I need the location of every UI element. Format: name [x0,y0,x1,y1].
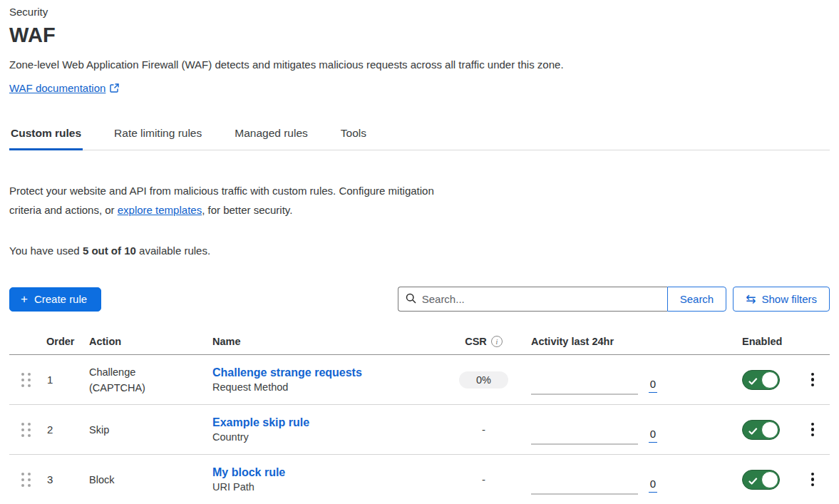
show-filters-label: Show filters [761,293,817,305]
csr-value: - [482,473,485,485]
activity-cell: 0 [518,355,667,404]
plus-icon: + [21,293,28,305]
table-row: 1 Challenge (CAPTCHA) Challenge strange … [9,355,830,405]
rule-name-cell: My block rule URI Path [204,466,450,493]
enabled-toggle[interactable] [742,420,780,440]
table-row: 3 Block My block rule URI Path - 0 [9,455,830,504]
csr-cell: - [450,423,518,436]
table-row: 2 Skip Example skip rule Country - 0 [9,405,830,455]
waf-documentation-link[interactable]: WAF documentation [9,82,119,94]
checkmark-icon [748,376,758,388]
tab-custom-rules[interactable]: Custom rules [9,120,83,150]
header-csr-label: CSR [465,336,487,347]
csr-badge: 0% [459,371,508,389]
search-button[interactable]: Search [667,287,727,312]
enabled-toggle[interactable] [742,470,780,490]
checkmark-icon [748,475,758,488]
tab-managed-rules[interactable]: Managed rules [233,120,309,150]
enabled-cell [742,470,796,490]
kebab-cell [796,370,830,390]
enabled-cell [742,420,796,440]
usage-text: You have used 5 out of 10 available rule… [9,245,830,257]
search-box [398,287,667,312]
page-title: WAF [9,24,830,47]
toggle-knob [761,471,778,488]
usage-prefix: You have used [9,245,83,257]
intro-line1: Protect your website and API from malici… [9,185,434,197]
enabled-cell [742,370,796,390]
rule-name-cell: Challenge strange requests Request Metho… [204,366,450,393]
header-spacer [667,336,742,349]
rule-name-link[interactable]: Challenge strange requests [212,366,450,379]
create-rule-label: Create rule [34,293,87,305]
rule-name-cell: Example skip rule Country [204,416,450,443]
rule-field: URI Path [212,481,450,493]
activity-sparkline [531,423,638,445]
search-button-label: Search [680,293,714,305]
rule-order: 2 [38,423,81,436]
rule-action: Block [81,472,204,488]
header-order: Order [38,330,81,354]
kebab-cell [796,470,830,490]
activity-cell: 0 [518,405,667,454]
waf-documentation-label: WAF documentation [9,82,105,94]
intro-text: Protect your website and API from malici… [9,181,537,220]
header-enabled: Enabled [742,330,796,354]
checkmark-icon [748,426,758,438]
rule-order: 3 [38,473,81,485]
row-menu-kebab-icon[interactable] [807,470,819,490]
breadcrumb: Security [9,6,830,18]
tab-rate-limiting-rules[interactable]: Rate limiting rules [113,120,203,150]
rule-order: 1 [38,374,81,386]
table-header-row: Order Action Name CSR i Activity last 24… [9,330,830,355]
row-menu-kebab-icon[interactable] [807,370,819,390]
activity-sparkline [531,374,638,395]
create-rule-button[interactable]: + Create rule [9,287,101,312]
page-description: Zone-level Web Application Firewall (WAF… [9,58,830,71]
activity-count-link[interactable]: 0 [649,478,657,493]
waf-page: Security WAF Zone-level Web Application … [0,0,839,504]
usage-suffix: available rules. [136,245,210,257]
rule-name-link[interactable]: My block rule [212,466,450,479]
drag-handle-icon[interactable] [21,473,31,487]
toolbar: + Create rule Search ⇆ Show filters [9,287,830,312]
activity-count-link[interactable]: 0 [649,378,657,393]
activity-cell: 0 [518,455,667,504]
rule-action: Challenge (CAPTCHA) [81,364,204,396]
rule-field: Request Method [212,381,450,393]
csr-value: - [482,423,485,436]
activity-count-link[interactable]: 0 [649,428,657,443]
drag-handle-icon[interactable] [21,373,31,387]
show-filters-button[interactable]: ⇆ Show filters [733,287,830,312]
kebab-cell [796,420,830,440]
header-action: Action [81,330,204,354]
swap-arrows-icon: ⇆ [746,293,756,305]
explore-templates-link[interactable]: explore templates [118,204,202,216]
drag-handle-icon[interactable] [21,423,31,437]
header-menu-spacer [796,336,830,349]
tab-tools[interactable]: Tools [339,120,368,150]
header-activity: Activity last 24hr [518,330,667,354]
intro-line2-before: criteria and actions, or [9,204,118,216]
header-drag-spacer [9,336,38,349]
csr-cell: 0% [450,371,518,389]
usage-count: 5 out of 10 [83,245,136,257]
rule-name-link[interactable]: Example skip rule [212,416,450,429]
toggle-knob [761,421,778,438]
activity-sparkline [531,473,638,495]
header-csr: CSR i [450,330,518,354]
header-name: Name [204,330,450,354]
search-icon [406,293,416,306]
csr-cell: - [450,473,518,485]
custom-rules-table: Order Action Name CSR i Activity last 24… [9,330,830,504]
rule-action: Skip [81,422,204,438]
external-link-icon [110,83,119,93]
search-input[interactable] [422,293,660,305]
rule-field: Country [212,431,450,443]
tab-bar: Custom rules Rate limiting rules Managed… [9,120,830,150]
enabled-toggle[interactable] [742,370,780,390]
toggle-knob [761,371,778,389]
intro-line2-after: , for better security. [202,204,292,216]
info-icon[interactable]: i [491,336,503,347]
row-menu-kebab-icon[interactable] [807,420,819,440]
